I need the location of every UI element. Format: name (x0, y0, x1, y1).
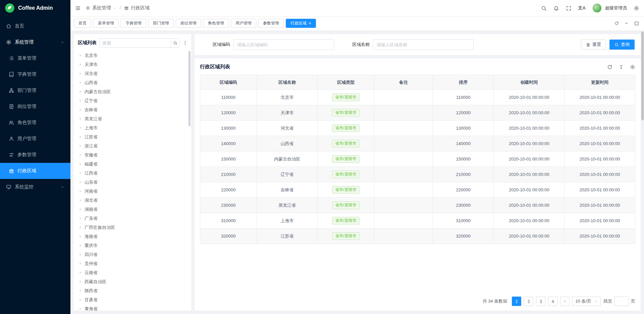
tree-item[interactable]: 云南省 (78, 268, 188, 277)
code-field[interactable] (233, 39, 334, 50)
caret-right-icon[interactable] (78, 262, 82, 265)
caret-right-icon[interactable] (78, 189, 82, 193)
caret-right-icon[interactable] (78, 207, 82, 211)
caret-right-icon[interactable] (78, 153, 82, 157)
jump-input[interactable] (614, 297, 629, 306)
tab[interactable]: 字典管理 × (121, 19, 146, 28)
tab[interactable]: 用户管理 × (231, 19, 256, 28)
name-field[interactable] (373, 39, 474, 50)
column-settings-icon[interactable] (630, 64, 635, 70)
table-row[interactable]: 110000 北京市 省市/直辖市 110000 2020-10-01 00:0… (200, 90, 635, 105)
tree-item[interactable]: 山东省 (78, 178, 188, 187)
refresh-icon[interactable] (614, 21, 619, 25)
tree-item[interactable]: 黑龙江省 (78, 114, 188, 123)
caret-right-icon[interactable] (78, 180, 82, 184)
table-row[interactable]: 120000 天津市 省市/直辖市 120000 2020-10-01 00:0… (200, 105, 635, 121)
tab[interactable]: 角色管理 × (203, 19, 229, 28)
tree-item[interactable]: 湖北省 (78, 196, 188, 205)
tree-search-button[interactable] (171, 39, 179, 47)
sidebar-subitem[interactable]: 字典管理 (0, 66, 70, 82)
caret-right-icon[interactable] (78, 108, 82, 112)
caret-right-icon[interactable] (78, 135, 82, 139)
table-row[interactable]: 150000 内蒙古自治区 省市/直辖市 150000 2020-10-01 0… (200, 151, 635, 167)
sidebar-subitem[interactable]: 菜单管理 (0, 50, 70, 66)
tree-item[interactable]: 上海市 (78, 123, 188, 132)
page-button[interactable]: 3 (536, 297, 545, 306)
tree-item[interactable]: 浙江省 (78, 141, 188, 150)
translate-icon[interactable]: 文A (578, 5, 586, 11)
tree-item[interactable]: 辽宁省 (78, 96, 188, 105)
page-size-select[interactable]: 10 条/页 (572, 297, 601, 306)
tree-item[interactable]: 北京市 (78, 51, 188, 60)
fullscreen-icon[interactable] (566, 5, 572, 11)
sidebar-item-system[interactable]: 系统管理 (0, 34, 70, 50)
tree-item[interactable]: 河南省 (78, 187, 188, 196)
caret-right-icon[interactable] (78, 54, 82, 57)
breadcrumb-section[interactable]: 系统管理 (92, 5, 111, 11)
avatar[interactable] (592, 3, 602, 13)
sidebar-subitem[interactable]: 部门管理 (0, 82, 70, 99)
refresh-icon[interactable] (607, 64, 612, 70)
more-options-icon[interactable] (182, 40, 188, 46)
tab[interactable]: 首页 × (74, 19, 91, 28)
chevron-down-icon[interactable] (624, 21, 629, 25)
page-button[interactable]: 4 (548, 297, 557, 306)
tab[interactable]: 菜单管理 × (93, 19, 119, 28)
tree-item[interactable]: 广西壮族自治区 (78, 223, 188, 232)
table-row[interactable]: 310000 上海市 省市/直辖市 310000 2020-10-01 00:0… (200, 213, 635, 229)
sidebar-item-home[interactable]: 首页 (0, 18, 70, 34)
table-row[interactable]: 140000 山西省 省市/直辖市 140000 2020-10-01 00:0… (200, 136, 635, 151)
page-button[interactable]: 2 (524, 297, 533, 306)
tab[interactable]: 部门管理 × (148, 19, 174, 28)
sidebar-subitem[interactable]: 行政区域 (0, 163, 70, 179)
caret-right-icon[interactable] (78, 198, 82, 202)
tree-item[interactable]: 西藏自治区 (78, 277, 188, 286)
table-row[interactable]: 230000 黑龙江省 省市/直辖市 230000 2020-10-01 00:… (200, 198, 635, 213)
table-row[interactable]: 220000 吉林省 省市/直辖市 220000 2020-10-01 00:0… (200, 182, 635, 198)
tree-item[interactable]: 青海省 (78, 304, 188, 311)
caret-right-icon[interactable] (78, 244, 82, 247)
tree-item[interactable]: 安徽省 (78, 150, 188, 160)
tree-item[interactable]: 内蒙古自治区 (78, 87, 188, 96)
tree-scrollbar[interactable] (189, 51, 191, 126)
tree-item[interactable]: 江西省 (78, 169, 188, 178)
tree-item[interactable]: 重庆市 (78, 241, 188, 250)
tree-item[interactable]: 吉林省 (78, 105, 188, 114)
next-page-button[interactable] (560, 297, 570, 306)
sidebar-item-monitor[interactable]: 系统监控 (0, 179, 70, 195)
page-button[interactable]: 1 (512, 297, 521, 306)
caret-right-icon[interactable] (78, 63, 82, 66)
tree-item[interactable]: 海南省 (78, 232, 188, 241)
caret-right-icon[interactable] (78, 144, 82, 148)
caret-right-icon[interactable] (78, 171, 82, 175)
search-icon[interactable] (541, 5, 547, 11)
tree-item[interactable]: 江苏省 (78, 132, 188, 141)
caret-right-icon[interactable] (78, 216, 82, 220)
tab[interactable]: 行政区域 × (286, 19, 316, 28)
notification-bell-icon[interactable] (553, 5, 559, 11)
content-fullscreen-icon[interactable] (634, 21, 639, 26)
tab[interactable]: 参数管理 × (258, 19, 284, 28)
tab-close-icon[interactable]: × (309, 21, 311, 25)
caret-right-icon[interactable] (78, 307, 82, 311)
sidebar-subitem[interactable]: 参数管理 (0, 147, 70, 163)
caret-right-icon[interactable] (78, 126, 82, 130)
tree-item[interactable]: 贵州省 (78, 259, 188, 268)
caret-right-icon[interactable] (78, 235, 82, 238)
window-scrollbar[interactable] (641, 32, 644, 314)
reset-button[interactable]: 重置 (581, 40, 606, 50)
tree-search-input[interactable] (100, 41, 171, 46)
tree-item[interactable]: 河北省 (78, 69, 188, 78)
caret-right-icon[interactable] (78, 117, 82, 121)
caret-right-icon[interactable] (78, 99, 82, 103)
tree-item[interactable]: 天津市 (78, 60, 188, 69)
caret-right-icon[interactable] (78, 280, 82, 284)
row-height-icon[interactable] (619, 64, 624, 70)
caret-right-icon[interactable] (78, 298, 82, 302)
collapse-sidebar-icon[interactable] (75, 5, 81, 11)
caret-right-icon[interactable] (78, 90, 82, 93)
caret-right-icon[interactable] (78, 253, 82, 256)
chevron-down-icon[interactable] (113, 6, 117, 10)
tree-item[interactable]: 山西省 (78, 78, 188, 87)
caret-right-icon[interactable] (78, 72, 82, 75)
